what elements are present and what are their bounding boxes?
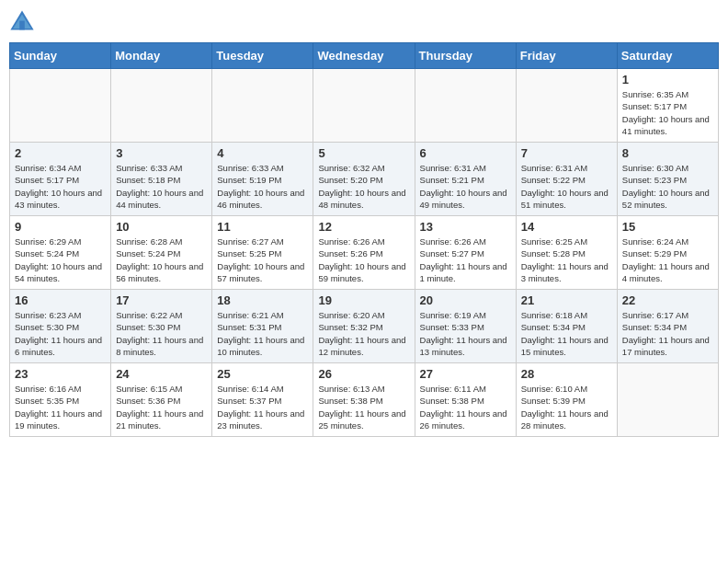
calendar-cell: 3Sunrise: 6:33 AM Sunset: 5:18 PM Daylig… <box>111 143 212 216</box>
day-info: Sunrise: 6:13 AM Sunset: 5:38 PM Dayligh… <box>318 383 409 431</box>
calendar-cell: 1Sunrise: 6:35 AM Sunset: 5:17 PM Daylig… <box>617 69 718 143</box>
calendar-cell <box>313 69 415 143</box>
day-number: 7 <box>521 146 612 160</box>
calendar-cell: 18Sunrise: 6:21 AM Sunset: 5:31 PM Dayli… <box>212 290 313 363</box>
calendar-cell: 10Sunrise: 6:28 AM Sunset: 5:24 PM Dayli… <box>111 216 212 290</box>
day-number: 3 <box>116 146 207 160</box>
calendar-header-row: SundayMondayTuesdayWednesdayThursdayFrid… <box>10 43 719 69</box>
day-number: 10 <box>116 220 207 234</box>
col-header-monday: Monday <box>111 43 212 69</box>
day-number: 15 <box>622 220 713 234</box>
calendar-cell: 2Sunrise: 6:34 AM Sunset: 5:17 PM Daylig… <box>10 143 111 216</box>
day-info: Sunrise: 6:29 AM Sunset: 5:24 PM Dayligh… <box>15 236 106 284</box>
day-number: 21 <box>521 293 612 307</box>
calendar-cell: 11Sunrise: 6:27 AM Sunset: 5:25 PM Dayli… <box>212 216 313 290</box>
col-header-tuesday: Tuesday <box>212 43 313 69</box>
calendar-week-row: 9Sunrise: 6:29 AM Sunset: 5:24 PM Daylig… <box>10 216 719 290</box>
day-number: 11 <box>217 220 308 234</box>
col-header-sunday: Sunday <box>10 43 111 69</box>
day-number: 13 <box>420 220 511 234</box>
day-number: 19 <box>318 293 409 307</box>
day-info: Sunrise: 6:10 AM Sunset: 5:39 PM Dayligh… <box>521 383 612 431</box>
page-header <box>9 9 719 35</box>
day-info: Sunrise: 6:34 AM Sunset: 5:17 PM Dayligh… <box>15 162 106 211</box>
calendar-cell: 15Sunrise: 6:24 AM Sunset: 5:29 PM Dayli… <box>617 216 718 290</box>
calendar-week-row: 16Sunrise: 6:23 AM Sunset: 5:30 PM Dayli… <box>10 290 719 363</box>
calendar-cell: 12Sunrise: 6:26 AM Sunset: 5:26 PM Dayli… <box>313 216 415 290</box>
col-header-friday: Friday <box>516 43 617 69</box>
day-number: 22 <box>622 293 713 307</box>
day-info: Sunrise: 6:33 AM Sunset: 5:19 PM Dayligh… <box>217 162 308 211</box>
calendar-cell <box>111 69 212 143</box>
calendar-cell <box>415 69 516 143</box>
day-number: 28 <box>521 367 612 381</box>
col-header-thursday: Thursday <box>415 43 516 69</box>
calendar-cell: 14Sunrise: 6:25 AM Sunset: 5:28 PM Dayli… <box>516 216 617 290</box>
calendar-cell <box>617 363 718 437</box>
day-number: 12 <box>318 220 409 234</box>
col-header-saturday: Saturday <box>617 43 718 69</box>
calendar-cell <box>516 69 617 143</box>
day-info: Sunrise: 6:28 AM Sunset: 5:24 PM Dayligh… <box>116 236 207 284</box>
day-info: Sunrise: 6:21 AM Sunset: 5:31 PM Dayligh… <box>217 309 308 358</box>
calendar-cell: 6Sunrise: 6:31 AM Sunset: 5:21 PM Daylig… <box>415 143 516 216</box>
day-info: Sunrise: 6:20 AM Sunset: 5:32 PM Dayligh… <box>318 309 409 358</box>
day-number: 23 <box>15 367 106 381</box>
day-info: Sunrise: 6:31 AM Sunset: 5:21 PM Dayligh… <box>420 162 511 211</box>
calendar-cell: 25Sunrise: 6:14 AM Sunset: 5:37 PM Dayli… <box>212 363 313 437</box>
day-number: 1 <box>622 73 713 86</box>
calendar-week-row: 2Sunrise: 6:34 AM Sunset: 5:17 PM Daylig… <box>10 143 719 216</box>
calendar-cell: 23Sunrise: 6:16 AM Sunset: 5:35 PM Dayli… <box>10 363 111 437</box>
calendar-table: SundayMondayTuesdayWednesdayThursdayFrid… <box>9 42 719 437</box>
day-number: 17 <box>116 293 207 307</box>
day-info: Sunrise: 6:27 AM Sunset: 5:25 PM Dayligh… <box>217 236 308 284</box>
calendar-cell: 16Sunrise: 6:23 AM Sunset: 5:30 PM Dayli… <box>10 290 111 363</box>
calendar-week-row: 23Sunrise: 6:16 AM Sunset: 5:35 PM Dayli… <box>10 363 719 437</box>
calendar-cell: 26Sunrise: 6:13 AM Sunset: 5:38 PM Dayli… <box>313 363 415 437</box>
calendar-cell: 20Sunrise: 6:19 AM Sunset: 5:33 PM Dayli… <box>415 290 516 363</box>
day-number: 26 <box>318 367 409 381</box>
day-info: Sunrise: 6:22 AM Sunset: 5:30 PM Dayligh… <box>116 309 207 358</box>
day-info: Sunrise: 6:15 AM Sunset: 5:36 PM Dayligh… <box>116 383 207 431</box>
day-number: 4 <box>217 146 308 160</box>
day-number: 8 <box>622 146 713 160</box>
day-number: 2 <box>15 146 106 160</box>
calendar-cell: 22Sunrise: 6:17 AM Sunset: 5:34 PM Dayli… <box>617 290 718 363</box>
calendar-cell: 4Sunrise: 6:33 AM Sunset: 5:19 PM Daylig… <box>212 143 313 216</box>
day-number: 27 <box>420 367 511 381</box>
calendar-cell: 24Sunrise: 6:15 AM Sunset: 5:36 PM Dayli… <box>111 363 212 437</box>
day-number: 16 <box>15 293 106 307</box>
calendar-cell: 13Sunrise: 6:26 AM Sunset: 5:27 PM Dayli… <box>415 216 516 290</box>
calendar-cell: 28Sunrise: 6:10 AM Sunset: 5:39 PM Dayli… <box>516 363 617 437</box>
day-info: Sunrise: 6:18 AM Sunset: 5:34 PM Dayligh… <box>521 309 612 358</box>
calendar-cell: 5Sunrise: 6:32 AM Sunset: 5:20 PM Daylig… <box>313 143 415 216</box>
day-info: Sunrise: 6:17 AM Sunset: 5:34 PM Dayligh… <box>622 309 713 358</box>
day-info: Sunrise: 6:24 AM Sunset: 5:29 PM Dayligh… <box>622 236 713 284</box>
day-number: 24 <box>116 367 207 381</box>
day-info: Sunrise: 6:25 AM Sunset: 5:28 PM Dayligh… <box>521 236 612 284</box>
day-info: Sunrise: 6:26 AM Sunset: 5:27 PM Dayligh… <box>420 236 511 284</box>
svg-rect-2 <box>19 21 25 30</box>
day-number: 25 <box>217 367 308 381</box>
calendar-cell: 9Sunrise: 6:29 AM Sunset: 5:24 PM Daylig… <box>10 216 111 290</box>
day-info: Sunrise: 6:32 AM Sunset: 5:20 PM Dayligh… <box>318 162 409 211</box>
day-number: 6 <box>420 146 511 160</box>
calendar-cell <box>10 69 111 143</box>
day-info: Sunrise: 6:19 AM Sunset: 5:33 PM Dayligh… <box>420 309 511 358</box>
calendar-cell: 19Sunrise: 6:20 AM Sunset: 5:32 PM Dayli… <box>313 290 415 363</box>
calendar-week-row: 1Sunrise: 6:35 AM Sunset: 5:17 PM Daylig… <box>10 69 719 143</box>
day-number: 5 <box>318 146 409 160</box>
calendar-cell: 17Sunrise: 6:22 AM Sunset: 5:30 PM Dayli… <box>111 290 212 363</box>
day-number: 18 <box>217 293 308 307</box>
day-info: Sunrise: 6:23 AM Sunset: 5:30 PM Dayligh… <box>15 309 106 358</box>
day-info: Sunrise: 6:35 AM Sunset: 5:17 PM Dayligh… <box>622 88 713 137</box>
day-info: Sunrise: 6:14 AM Sunset: 5:37 PM Dayligh… <box>217 383 308 431</box>
day-number: 20 <box>420 293 511 307</box>
day-info: Sunrise: 6:11 AM Sunset: 5:38 PM Dayligh… <box>420 383 511 431</box>
day-info: Sunrise: 6:30 AM Sunset: 5:23 PM Dayligh… <box>622 162 713 211</box>
day-info: Sunrise: 6:16 AM Sunset: 5:35 PM Dayligh… <box>15 383 106 431</box>
calendar-cell: 8Sunrise: 6:30 AM Sunset: 5:23 PM Daylig… <box>617 143 718 216</box>
calendar-cell: 7Sunrise: 6:31 AM Sunset: 5:22 PM Daylig… <box>516 143 617 216</box>
day-info: Sunrise: 6:33 AM Sunset: 5:18 PM Dayligh… <box>116 162 207 211</box>
calendar-cell <box>212 69 313 143</box>
